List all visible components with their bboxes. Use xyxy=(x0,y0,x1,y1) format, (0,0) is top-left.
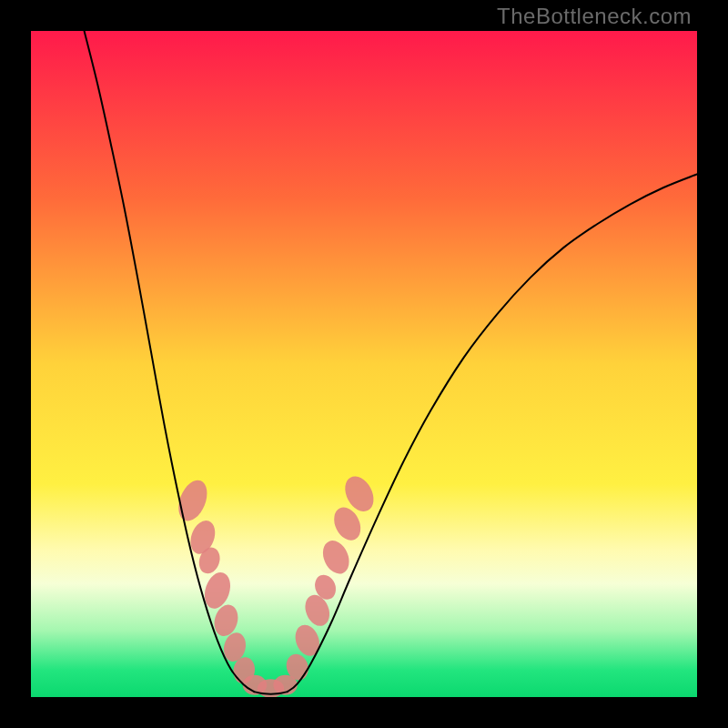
chart-frame: TheBottleneck.com xyxy=(0,0,728,728)
watermark-text: TheBottleneck.com xyxy=(497,4,692,29)
chart-plot-area xyxy=(31,31,697,697)
chart-background xyxy=(31,31,697,697)
chart-svg xyxy=(31,31,697,697)
